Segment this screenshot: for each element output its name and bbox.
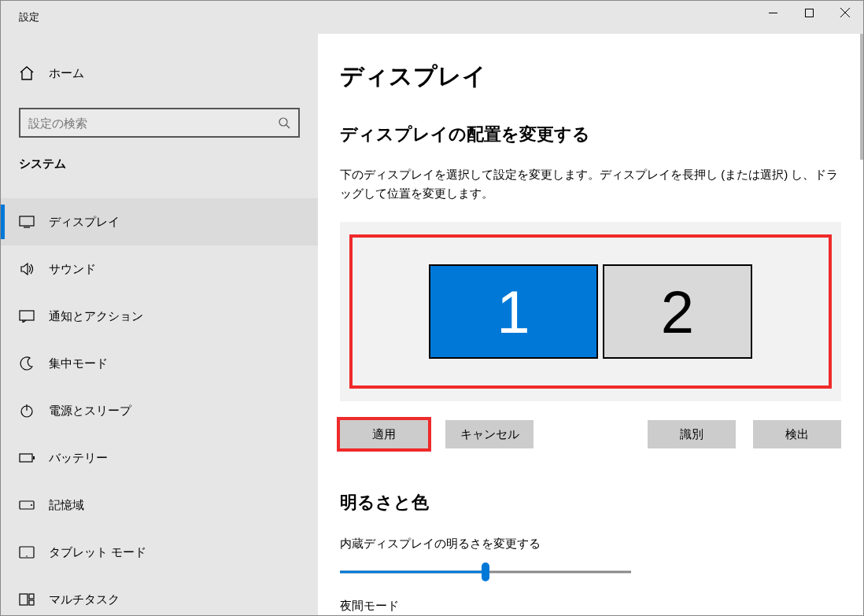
tablet-icon	[19, 544, 35, 560]
brightness-slider[interactable]	[340, 563, 631, 581]
home-icon	[19, 65, 35, 81]
multitask-icon	[19, 592, 35, 607]
battery-icon	[19, 450, 35, 466]
svg-rect-11	[20, 454, 32, 462]
svg-point-4	[279, 118, 287, 126]
svg-rect-17	[20, 594, 28, 605]
notif-icon	[19, 308, 35, 324]
night-mode-label: 夜間モード	[340, 599, 841, 614]
search-input[interactable]	[28, 116, 278, 130]
page-title: ディスプレイ	[340, 61, 841, 93]
display-arrange-area: 1 2	[340, 222, 841, 401]
search-box[interactable]	[19, 108, 300, 138]
svg-point-16	[26, 555, 28, 557]
minimize-button[interactable]	[755, 1, 791, 24]
nav-label: 電源とスリープ	[49, 404, 131, 419]
scrollbar[interactable]	[860, 34, 863, 160]
svg-line-5	[286, 125, 290, 128]
minimize-icon	[769, 13, 777, 13]
nav-label: 集中モード	[49, 356, 108, 371]
arrange-highlight: 1 2	[349, 234, 832, 389]
svg-rect-1	[805, 9, 813, 17]
detect-button[interactable]: 検出	[753, 420, 841, 448]
power-icon	[19, 403, 35, 419]
nav-item-storage[interactable]: 記憶域	[1, 481, 318, 529]
close-icon	[840, 8, 850, 17]
svg-rect-8	[20, 311, 34, 320]
home-label: ホーム	[49, 66, 84, 81]
titlebar: 設定	[1, 1, 863, 34]
svg-rect-18	[29, 594, 34, 599]
nav-item-power[interactable]: 電源とスリープ	[1, 387, 318, 434]
brightness-section-title: 明るさと色	[340, 491, 841, 515]
svg-point-14	[31, 504, 32, 506]
svg-rect-19	[29, 600, 34, 605]
nav-item-notif[interactable]: 通知とアクション	[1, 293, 318, 340]
home-button[interactable]: ホーム	[1, 56, 318, 90]
nav-label: 記憶域	[49, 498, 84, 513]
svg-rect-12	[33, 456, 35, 459]
sidebar: ホーム システム ディスプレイサウンド通知とアクション集中モード電源とスリープバ…	[1, 34, 318, 615]
window-controls	[755, 1, 863, 24]
nav-item-focus[interactable]: 集中モード	[1, 340, 318, 387]
nav-label: ディスプレイ	[49, 215, 120, 230]
nav-label: バッテリー	[49, 451, 108, 466]
maximize-button[interactable]	[791, 1, 827, 24]
monitor-2[interactable]: 2	[603, 264, 752, 359]
nav-item-tablet[interactable]: タブレット モード	[1, 529, 318, 576]
nav-item-multitask[interactable]: マルチタスク	[1, 576, 318, 616]
close-button[interactable]	[827, 1, 863, 24]
main-content: ディスプレイ ディスプレイの配置を変更する 下のディスプレイを選択して設定を変更…	[318, 34, 863, 615]
cancel-button[interactable]: キャンセル	[445, 420, 534, 448]
nav-item-monitor[interactable]: ディスプレイ	[1, 198, 318, 245]
slider-thumb[interactable]	[482, 563, 489, 581]
identify-button[interactable]: 識別	[648, 420, 736, 448]
nav-label: タブレット モード	[49, 545, 146, 560]
slider-fill	[340, 571, 486, 574]
nav-label: マルチタスク	[49, 592, 120, 607]
svg-rect-0	[769, 13, 777, 13]
storage-icon	[19, 497, 35, 513]
window-title: 設定	[19, 10, 39, 24]
button-row: 適用 キャンセル 識別 検出	[340, 420, 841, 448]
svg-rect-6	[20, 216, 34, 226]
apply-button[interactable]: 適用	[340, 420, 428, 448]
nav-label: サウンド	[49, 262, 96, 277]
brightness-label: 内蔵ディスプレイの明るさを変更する	[340, 537, 841, 551]
nav-label: 通知とアクション	[49, 309, 143, 324]
nav-item-sound[interactable]: サウンド	[1, 245, 318, 293]
category-label: システム	[1, 157, 318, 172]
maximize-icon	[805, 9, 814, 17]
monitor-1[interactable]: 1	[429, 264, 598, 359]
arrange-title: ディスプレイの配置を変更する	[340, 123, 841, 146]
sound-icon	[19, 261, 35, 277]
nav-item-battery[interactable]: バッテリー	[1, 434, 318, 481]
focus-icon	[19, 356, 35, 371]
arrange-description: 下のディスプレイを選択して設定を変更します。ディスプレイを長押し (または選択)…	[340, 165, 841, 203]
search-icon	[278, 116, 290, 129]
monitor-icon	[19, 214, 35, 230]
